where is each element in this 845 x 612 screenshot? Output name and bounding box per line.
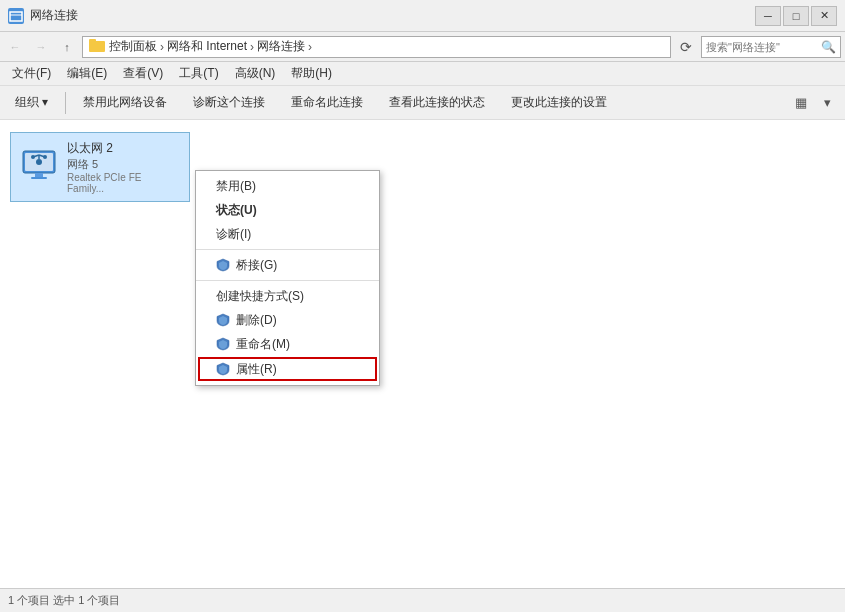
- forward-button[interactable]: →: [30, 36, 52, 58]
- menu-tools[interactable]: 工具(T): [171, 62, 226, 85]
- up-button[interactable]: ↑: [56, 36, 78, 58]
- ctx-diagnose-label: 诊断(I): [216, 226, 251, 243]
- breadcrumb-network-internet[interactable]: 网络和 Internet: [167, 38, 247, 55]
- shield-icon-properties: [216, 362, 230, 376]
- menu-view[interactable]: 查看(V): [115, 62, 171, 85]
- view-mode-button[interactable]: ▦: [789, 91, 813, 115]
- menu-help[interactable]: 帮助(H): [283, 62, 340, 85]
- network-name: 以太网 2: [67, 140, 181, 157]
- shield-icon-delete: [216, 313, 230, 327]
- close-button[interactable]: ✕: [811, 6, 837, 26]
- minimize-button[interactable]: ─: [755, 6, 781, 26]
- ctx-properties-label: 属性(R): [236, 361, 277, 378]
- breadcrumb-network-connections[interactable]: 网络连接: [257, 38, 305, 55]
- svg-point-8: [36, 159, 42, 165]
- ctx-disable-label: 禁用(B): [216, 178, 256, 195]
- search-box[interactable]: 🔍: [701, 36, 841, 58]
- ctx-sep-1: [196, 249, 379, 250]
- toolbar: 组织 ▾ 禁用此网络设备 诊断这个连接 重命名此连接 查看此连接的状态 更改此连…: [0, 86, 845, 120]
- ctx-shortcut[interactable]: 创建快捷方式(S): [196, 284, 379, 308]
- breadcrumb-control-panel[interactable]: 控制面板: [109, 38, 157, 55]
- toolbar-sep-1: [65, 92, 66, 114]
- window-title: 网络连接: [30, 7, 755, 24]
- search-icon: 🔍: [821, 40, 836, 54]
- network-status: 网络 5: [67, 157, 181, 172]
- status-bar: 1 个项目 选中 1 个项目: [0, 588, 845, 612]
- ctx-bridge-label: 桥接(G): [236, 257, 277, 274]
- breadcrumb-folder-icon: [89, 38, 105, 55]
- menu-bar: 文件(F) 编辑(E) 查看(V) 工具(T) 高级(N) 帮助(H): [0, 62, 845, 86]
- organize-button[interactable]: 组织 ▾: [6, 89, 57, 117]
- network-info: 以太网 2 网络 5 Realtek PCIe FE Family...: [67, 140, 181, 194]
- address-bar: ← → ↑ 控制面板 › 网络和 Internet › 网络连接 › ⟳ 🔍: [0, 32, 845, 62]
- restore-button[interactable]: □: [783, 6, 809, 26]
- ctx-rename-label: 重命名(M): [236, 336, 290, 353]
- ctx-status[interactable]: 状态(U): [196, 198, 379, 222]
- toolbar-view-status[interactable]: 查看此连接的状态: [380, 89, 494, 117]
- svg-rect-6: [35, 173, 43, 177]
- network-adapter-item[interactable]: 以太网 2 网络 5 Realtek PCIe FE Family...: [10, 132, 190, 202]
- ctx-disable[interactable]: 禁用(B): [196, 174, 379, 198]
- search-input[interactable]: [706, 41, 821, 53]
- back-button[interactable]: ←: [4, 36, 26, 58]
- toolbar-right: ▦ ▾: [789, 91, 839, 115]
- ctx-bridge[interactable]: 桥接(G): [196, 253, 379, 277]
- shield-icon-rename: [216, 337, 230, 351]
- refresh-button[interactable]: ⟳: [675, 36, 697, 58]
- network-adapter-icon: [19, 147, 59, 187]
- svg-point-13: [43, 155, 47, 159]
- context-menu: 禁用(B) 状态(U) 诊断(I) 桥接(G) 创建快捷方式(S) 删除(D): [195, 170, 380, 386]
- title-bar: 网络连接 ─ □ ✕: [0, 0, 845, 32]
- svg-rect-3: [89, 39, 96, 43]
- content-area: 以太网 2 网络 5 Realtek PCIe FE Family... 禁用(…: [0, 120, 845, 588]
- toolbar-change-settings[interactable]: 更改此连接的设置: [502, 89, 616, 117]
- ctx-shortcut-label: 创建快捷方式(S): [216, 288, 304, 305]
- menu-advanced[interactable]: 高级(N): [227, 62, 284, 85]
- ctx-properties[interactable]: 属性(R): [198, 357, 377, 381]
- ctx-delete-label: 删除(D): [236, 312, 277, 329]
- status-text: 1 个项目 选中 1 个项目: [8, 593, 120, 608]
- ctx-diagnose[interactable]: 诊断(I): [196, 222, 379, 246]
- toolbar-rename[interactable]: 重命名此连接: [282, 89, 372, 117]
- window-controls: ─ □ ✕: [755, 6, 837, 26]
- ctx-rename[interactable]: 重命名(M): [196, 332, 379, 356]
- menu-edit[interactable]: 编辑(E): [59, 62, 115, 85]
- address-path[interactable]: 控制面板 › 网络和 Internet › 网络连接 ›: [82, 36, 671, 58]
- svg-point-12: [31, 155, 35, 159]
- svg-rect-7: [31, 177, 47, 179]
- svg-rect-0: [10, 12, 22, 21]
- shield-icon-bridge: [216, 258, 230, 272]
- toolbar-diagnose[interactable]: 诊断这个连接: [184, 89, 274, 117]
- toolbar-disable[interactable]: 禁用此网络设备: [74, 89, 176, 117]
- menu-file[interactable]: 文件(F): [4, 62, 59, 85]
- ctx-sep-2: [196, 280, 379, 281]
- window-icon: [8, 8, 24, 24]
- network-adapter-name: Realtek PCIe FE Family...: [67, 172, 181, 194]
- ctx-delete[interactable]: 删除(D): [196, 308, 379, 332]
- view-dropdown-button[interactable]: ▾: [815, 91, 839, 115]
- ctx-status-label: 状态(U): [216, 202, 257, 219]
